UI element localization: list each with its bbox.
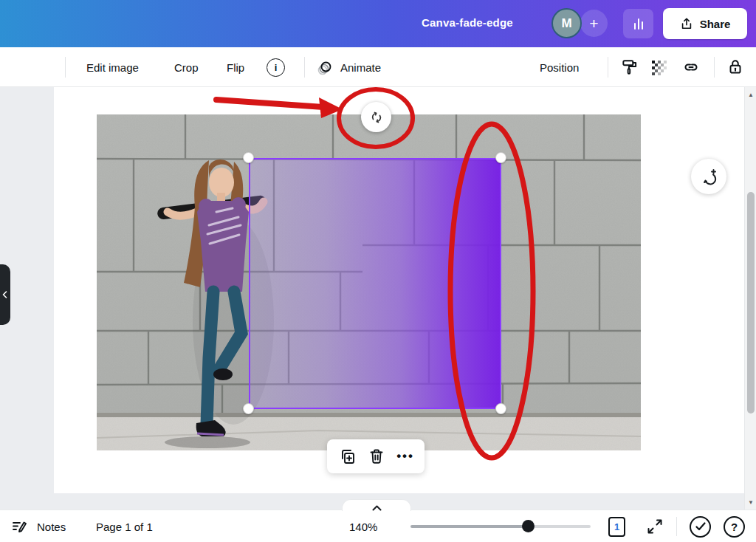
scroll-up-arrow[interactable]: ▲	[745, 89, 756, 100]
page-thumbnail-icon: 1	[608, 517, 625, 537]
edit-image-label: Edit image	[86, 61, 139, 74]
edit-image-button[interactable]: Edit image	[86, 47, 139, 87]
document-title[interactable]: Canva-fade-edge	[422, 16, 513, 29]
flip-button[interactable]: Flip	[227, 47, 244, 87]
lock-icon	[726, 58, 745, 77]
more-options-button[interactable]: •••	[396, 453, 414, 460]
zoom-slider-knob[interactable]	[522, 520, 535, 532]
bar-chart-icon	[630, 16, 647, 32]
gradient-element[interactable]	[249, 158, 501, 409]
notes-button[interactable]: Notes	[10, 510, 66, 542]
toolbar-divider	[304, 57, 305, 78]
bottombar-divider	[676, 517, 677, 536]
page-indicator-label: Page 1 of 1	[96, 521, 153, 533]
insights-button[interactable]	[623, 9, 653, 38]
question-icon: ?	[724, 516, 745, 538]
crop-label: Crop	[174, 61, 199, 74]
share-label: Share	[700, 18, 731, 30]
transparency-button[interactable]	[650, 47, 667, 87]
vertical-scrollbar[interactable]: ▲ ▼	[744, 87, 756, 510]
help-button[interactable]: ?	[724, 510, 745, 542]
resize-handle-bottom-right[interactable]	[495, 403, 506, 414]
toolbar-divider	[65, 57, 66, 78]
design-status-button[interactable]	[690, 510, 711, 542]
animate-label: Animate	[340, 61, 381, 74]
scroll-down-arrow[interactable]: ▼	[745, 496, 756, 508]
zoom-level-label: 140%	[349, 521, 377, 533]
notes-label: Notes	[37, 521, 66, 533]
animate-icon	[316, 58, 334, 76]
page-indicator[interactable]: Page 1 of 1	[96, 510, 153, 542]
duplicate-button[interactable]	[337, 447, 357, 466]
flip-label: Flip	[227, 61, 244, 74]
resize-handle-top-right[interactable]	[495, 152, 506, 163]
top-bar: Canva-fade-edge M + Share	[0, 0, 756, 47]
toolbar-divider	[608, 57, 608, 78]
check-circle-icon	[690, 516, 711, 538]
ellipsis-icon: •••	[396, 453, 414, 460]
animate-button[interactable]: Animate	[316, 47, 381, 87]
comment-add-icon	[699, 167, 718, 186]
add-member-button[interactable]: +	[580, 10, 608, 37]
zoom-level: 140%	[349, 510, 377, 542]
info-icon: i	[267, 58, 285, 77]
notes-icon	[10, 518, 28, 535]
toolbar-divider	[714, 57, 715, 78]
context-toolbar: Edit image Crop Flip i Animate Position	[0, 47, 756, 87]
avatar[interactable]: M	[551, 8, 582, 38]
lock-button[interactable]	[726, 47, 745, 87]
element-toolbar: •••	[327, 439, 425, 473]
bottom-bar: Notes Page 1 of 1 140% 1 ?	[0, 510, 756, 542]
link-button[interactable]	[681, 47, 701, 87]
copy-style-button[interactable]	[620, 47, 639, 87]
rotate-handle[interactable]	[361, 102, 391, 132]
position-button[interactable]: Position	[540, 47, 579, 87]
crop-button[interactable]: Crop	[174, 47, 199, 87]
info-button[interactable]: i	[267, 47, 285, 87]
upload-icon	[680, 17, 693, 30]
expand-icon	[645, 517, 664, 536]
open-sidebar-tab[interactable]	[0, 264, 10, 325]
add-comment-button[interactable]	[691, 159, 726, 194]
fullscreen-button[interactable]	[645, 510, 664, 542]
share-button[interactable]: Share	[663, 8, 747, 39]
position-label: Position	[540, 61, 579, 74]
resize-handle-top-left[interactable]	[243, 152, 254, 163]
zoom-slider-track[interactable]	[410, 525, 591, 528]
delete-button[interactable]	[368, 447, 385, 465]
resize-handle-bottom-left[interactable]	[243, 403, 254, 414]
paint-roller-icon	[620, 58, 639, 77]
page-manager-button[interactable]: 1	[608, 510, 625, 542]
scrollbar-thumb[interactable]	[747, 192, 755, 414]
workspace: ••• ▲ ▼	[0, 87, 756, 510]
plus-icon: +	[589, 15, 598, 32]
canva-editor: Canva-fade-edge M + Share Edit image Cro…	[0, 0, 756, 542]
transparency-icon	[650, 58, 667, 76]
chevron-left-icon	[1, 291, 8, 298]
rotate-icon	[369, 110, 384, 125]
page-number: 1	[614, 521, 619, 532]
collapse-canvas-tab[interactable]	[342, 499, 411, 511]
duplicate-icon	[337, 447, 357, 466]
link-icon	[681, 57, 701, 78]
avatar-initial: M	[561, 16, 571, 31]
trash-icon	[368, 447, 385, 465]
